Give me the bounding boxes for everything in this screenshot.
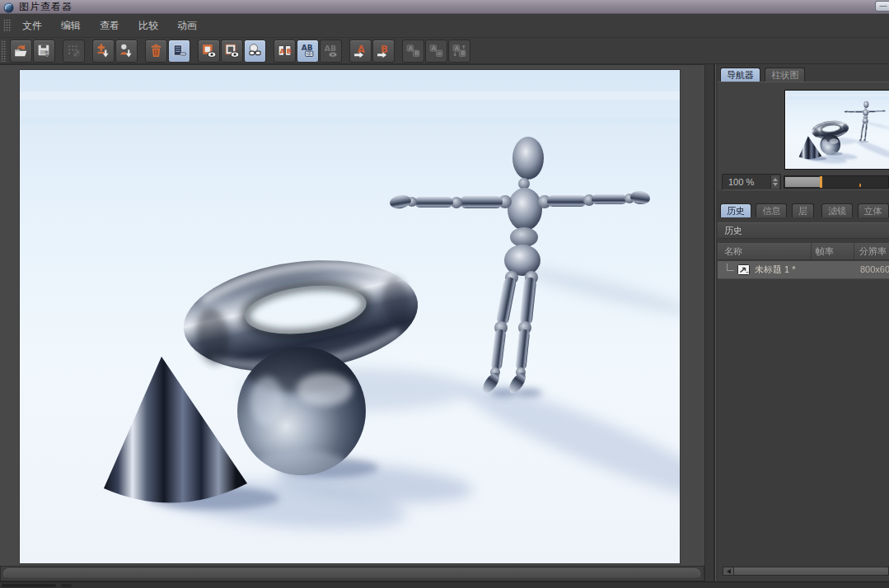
show-image-b-button[interactable]: [221, 40, 243, 63]
tab-info[interactable]: 信息: [756, 203, 787, 217]
window-title: 图片查看器: [19, 0, 73, 14]
bottom-scrollbar-button[interactable]: [61, 584, 72, 587]
panel-splitter[interactable]: [704, 64, 718, 581]
tree-elbow-icon: [727, 264, 734, 271]
toolbar-group-6: [274, 40, 343, 63]
tab-history[interactable]: 历史: [720, 203, 751, 217]
show-image-a-button[interactable]: [198, 40, 220, 63]
ab-panels-icon: [277, 43, 292, 58]
navigator-thumbnail[interactable]: [784, 90, 889, 170]
image-canvas[interactable]: [0, 64, 704, 566]
ab-swap-icon: [405, 43, 421, 58]
zoom-level-field[interactable]: 100 %: [722, 174, 781, 190]
history-section-title: 历史: [724, 226, 742, 236]
store-image-button[interactable]: [92, 40, 115, 63]
column-name: 名称: [718, 243, 812, 259]
remove-image-button[interactable]: [168, 40, 190, 63]
toolbar-group-1: [10, 40, 56, 63]
menu-view[interactable]: 查看: [96, 16, 124, 35]
main-horizontal-scrollbar[interactable]: [0, 566, 704, 581]
floppy-save-icon: [36, 43, 52, 58]
image-item-icon: [737, 264, 750, 275]
history-item-resolution: 800x600: [860, 261, 889, 278]
scroll-left-button[interactable]: [723, 567, 734, 575]
toolbar-group-4: [145, 40, 191, 63]
tab-layer[interactable]: 层: [792, 203, 814, 217]
toolbar-grip-handle[interactable]: [1, 40, 7, 62]
menu-grip-handle[interactable]: [3, 19, 12, 32]
bottom-scrollbar-strip: [0, 581, 889, 588]
app-icon: [3, 2, 14, 12]
ab-equal-icon: [428, 43, 444, 58]
stepper-down-icon: [773, 183, 778, 186]
menu-animation[interactable]: 动画: [173, 16, 201, 35]
history-table-header: 名称 帧率(FPS) 分辨率: [718, 243, 889, 260]
toolbar-group-8: [402, 40, 471, 63]
zoom-stepper[interactable]: [770, 175, 779, 189]
zoom-slider-fill: [785, 177, 820, 187]
filled-frame-eye-icon: [201, 43, 217, 58]
rendered-image[interactable]: [20, 70, 680, 563]
navigator-tab-bar: 导航器 柱状图: [720, 67, 806, 82]
history-section-header: 历史: [718, 222, 889, 239]
trash-icon: [148, 43, 164, 58]
right-panel: 导航器 柱状图 100 % 历史 信息 层 滤: [718, 64, 889, 581]
menu-file[interactable]: 文件: [18, 16, 46, 35]
pattern-grid-button: [63, 40, 85, 63]
zoom-slider-handle[interactable]: [820, 176, 822, 188]
compare-off-button: [320, 40, 342, 63]
bottom-scrollbar-thumb[interactable]: [2, 584, 56, 587]
thumbnail-scene: [785, 91, 889, 169]
column-fps: 帧率(FPS): [812, 243, 854, 259]
compare-side-by-side-button[interactable]: [274, 40, 296, 63]
zoom-slider-tick: [859, 184, 861, 187]
tab-navigator[interactable]: 导航器: [720, 68, 760, 82]
panel-horizontal-scrollbar[interactable]: [723, 567, 889, 576]
stereo-view-button[interactable]: [244, 40, 266, 63]
titlebar[interactable]: 图片查看器 —: [0, 0, 889, 14]
set-slot-b-button[interactable]: [372, 40, 395, 63]
history-item-name: 未标题 1 *: [755, 261, 796, 278]
open-image-button[interactable]: [10, 40, 32, 63]
menu-edit[interactable]: 编辑: [57, 16, 85, 35]
render-scene-3d: [20, 70, 680, 563]
scroll-left-icon: [727, 569, 731, 574]
folder-open-icon: [13, 43, 29, 58]
glasses-icon: [247, 43, 263, 58]
set-slot-a-button[interactable]: [349, 40, 372, 63]
outline-frame-eye-icon: [224, 43, 240, 58]
stepper-up-icon: [773, 178, 778, 181]
cross-down-arrow-icon: [96, 43, 111, 58]
zoom-value: 100 %: [728, 177, 754, 187]
delete-image-button[interactable]: [145, 40, 167, 63]
person-down-arrow-icon: [119, 43, 134, 58]
history-row[interactable]: 未标题 1 * 800x600: [718, 261, 889, 279]
toolbar-group-2: [63, 40, 86, 63]
navigator-panel: 100 %: [718, 82, 889, 191]
zoom-slider[interactable]: [784, 175, 889, 189]
save-image-button[interactable]: [33, 40, 55, 63]
menu-compare[interactable]: 比较: [134, 16, 162, 35]
tab-stereo[interactable]: 立体: [858, 203, 889, 217]
main-scrollbar-thumb[interactable]: [3, 568, 700, 579]
ab-exchange-icon: [452, 43, 467, 58]
ab-eye-icon: [323, 43, 339, 58]
swap-ab-button: [402, 40, 424, 63]
ab-overlay-icon: [300, 43, 316, 58]
compare-overlay-button[interactable]: [297, 40, 319, 63]
toolbar-group-7: [349, 40, 395, 63]
picture-viewer-window: 图片查看器 — 文件 编辑 查看 比较 动画 导航器 柱状图 100: [0, 0, 889, 588]
layers-minus-icon: [171, 43, 187, 58]
menubar: 文件 编辑 查看 比较 动画: [0, 14, 889, 38]
store-render-button[interactable]: [115, 40, 138, 63]
tab-filter[interactable]: 滤镜: [821, 203, 853, 217]
minimize-button[interactable]: —: [875, 1, 889, 12]
letter-a-arrow-icon: [353, 43, 368, 58]
panel-scrollbar-thumb[interactable]: [734, 567, 888, 575]
inspector-tab-bar: 历史 信息 层 滤镜 立体: [720, 203, 889, 217]
toolbar-group-5: [198, 40, 267, 63]
toolbar: [0, 38, 889, 64]
letter-b-arrow-icon: [376, 43, 391, 58]
match-ab-button: [425, 40, 447, 63]
tab-histogram[interactable]: 柱状图: [765, 68, 805, 82]
